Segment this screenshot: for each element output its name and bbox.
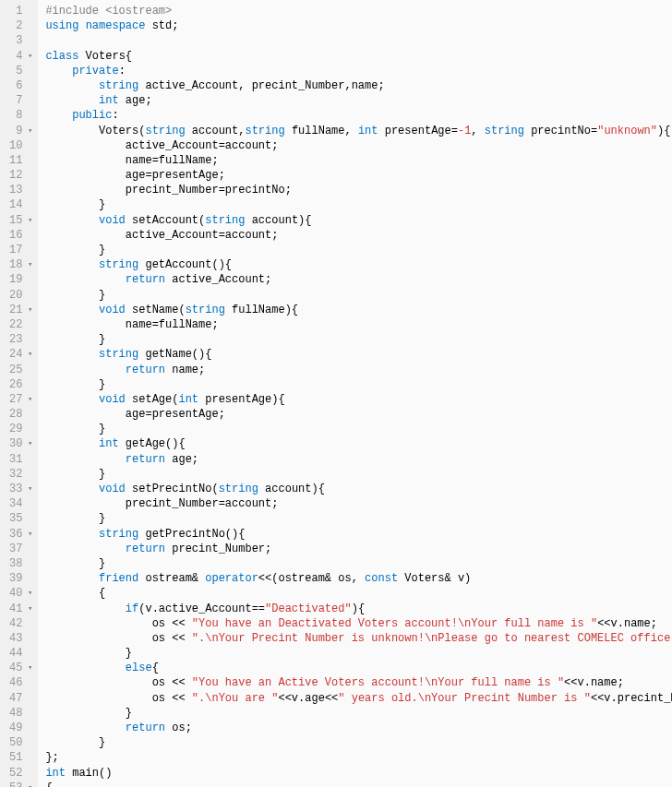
code-line[interactable]: return age; (45, 452, 672, 467)
line-number: 16 (9, 228, 32, 243)
fold-icon[interactable]: ▾ (25, 529, 32, 540)
code-line[interactable]: age=presentAge; (45, 168, 672, 183)
code-line[interactable]: } (45, 706, 672, 721)
code-area[interactable]: #include <iostream>using namespace std; … (38, 0, 672, 787)
code-line[interactable]: } (45, 332, 672, 347)
line-number: 34 (9, 496, 32, 511)
code-line[interactable]: string active_Account, precint_Number,na… (45, 78, 672, 93)
code-line[interactable]: precint_Number=precintNo; (45, 183, 672, 197)
code-line[interactable]: string getName(){ (45, 347, 672, 362)
code-line[interactable]: } (45, 197, 672, 212)
code-line[interactable]: private: (45, 64, 672, 78)
code-line[interactable]: os << ".\nYou are "<<v.age<<" years old.… (45, 691, 672, 706)
code-line[interactable]: void setPrecintNo(string account){ (45, 482, 672, 496)
line-number: 8 (9, 108, 32, 123)
line-number: 39 (9, 571, 32, 586)
code-line[interactable]: string getPrecintNo(){ (45, 527, 672, 542)
line-number: 32 (9, 467, 32, 482)
code-line[interactable]: }; (45, 750, 672, 765)
code-line[interactable]: void setAge(int presentAge){ (45, 392, 672, 407)
line-number-gutter: 1234▾56789▾101112131415▾161718▾192021▾22… (0, 0, 38, 787)
fold-icon[interactable]: ▾ (25, 215, 32, 226)
code-line[interactable]: { (45, 781, 672, 787)
line-number-text: 38 (9, 556, 22, 571)
code-line[interactable]: { (45, 586, 672, 601)
code-editor: 1234▾56789▾101112131415▾161718▾192021▾22… (0, 0, 672, 787)
fold-icon[interactable]: ▾ (25, 483, 32, 495)
code-line[interactable]: void setAccount(string account){ (45, 213, 672, 228)
line-number-text: 1 (16, 4, 22, 18)
code-line[interactable]: return os; (45, 721, 672, 735)
fold-icon[interactable]: ▾ (25, 662, 32, 674)
code-line[interactable]: else{ (45, 661, 672, 675)
line-number: 10 (9, 138, 32, 153)
code-line[interactable]: int age; (45, 93, 672, 108)
code-line[interactable]: } (45, 467, 672, 482)
code-line[interactable]: using namespace std; (45, 18, 672, 33)
line-number: 28 (9, 407, 32, 422)
code-line[interactable]: void setName(string fullName){ (45, 303, 672, 317)
code-line[interactable]: precint_Number=account; (45, 496, 672, 511)
code-line[interactable]: } (45, 511, 672, 526)
code-line[interactable]: active_Account=account; (45, 138, 672, 153)
line-number-text: 52 (9, 766, 22, 781)
code-line[interactable]: string getAccount(){ (45, 257, 672, 272)
line-number: 33▾ (9, 482, 32, 496)
code-line[interactable]: } (45, 556, 672, 571)
code-line[interactable]: } (45, 735, 672, 750)
line-number-text: 21 (9, 303, 22, 317)
code-line[interactable]: active_Account=account; (45, 228, 672, 243)
line-number-text: 44 (9, 646, 22, 661)
code-line[interactable]: name=fullName; (45, 153, 672, 168)
code-line[interactable]: name=fullName; (45, 317, 672, 332)
code-line[interactable]: } (45, 646, 672, 661)
code-line[interactable]: return active_Account; (45, 272, 672, 287)
line-number: 1 (9, 4, 32, 18)
code-line[interactable]: age=presentAge; (45, 407, 672, 422)
code-line[interactable]: return precint_Number; (45, 542, 672, 556)
fold-icon[interactable]: ▾ (25, 304, 32, 316)
line-number-text: 24 (9, 347, 22, 362)
code-line[interactable]: friend ostream& operator<<(ostream& os, … (45, 571, 672, 586)
line-number-text: 26 (9, 377, 22, 392)
code-line[interactable]: os << "You have an Active Voters account… (45, 675, 672, 690)
line-number-text: 43 (9, 631, 22, 646)
code-line[interactable] (45, 33, 672, 48)
line-number: 17 (9, 243, 32, 257)
line-number: 36▾ (9, 527, 32, 542)
code-line[interactable]: os << "You have an Deactivated Voters ac… (45, 616, 672, 631)
fold-icon[interactable]: ▾ (25, 51, 32, 62)
code-line[interactable]: class Voters{ (45, 49, 672, 64)
fold-icon[interactable]: ▾ (25, 349, 32, 360)
code-line[interactable]: return name; (45, 363, 672, 377)
code-line[interactable]: } (45, 288, 672, 303)
fold-icon[interactable]: ▾ (25, 125, 32, 137)
fold-icon[interactable]: ▾ (25, 782, 32, 787)
code-line[interactable]: os << ".\nYour Precint Number is unknown… (45, 631, 672, 646)
line-number-text: 5 (16, 64, 22, 78)
line-number: 42 (9, 616, 32, 631)
code-line[interactable]: if(v.active_Account=="Deactivated"){ (45, 602, 672, 616)
code-line[interactable]: int main() (45, 766, 672, 781)
fold-icon[interactable]: ▾ (25, 588, 32, 599)
code-line[interactable]: } (45, 377, 672, 392)
fold-icon[interactable]: ▾ (25, 603, 32, 614)
code-line[interactable]: #include <iostream> (45, 4, 672, 18)
line-number-text: 45 (9, 661, 22, 675)
fold-icon[interactable]: ▾ (25, 394, 32, 405)
line-number: 11 (9, 153, 32, 168)
code-line[interactable]: int getAge(){ (45, 436, 672, 451)
code-line[interactable]: public: (45, 108, 672, 123)
code-line[interactable]: } (45, 422, 672, 436)
line-number-text: 22 (9, 317, 22, 332)
line-number-text: 19 (9, 272, 22, 287)
code-line[interactable]: } (45, 243, 672, 257)
line-number-text: 41 (9, 602, 22, 616)
line-number-text: 36 (9, 527, 22, 542)
line-number: 26 (9, 377, 32, 392)
fold-icon[interactable]: ▾ (25, 438, 32, 449)
line-number: 6 (9, 78, 32, 93)
fold-icon[interactable]: ▾ (25, 259, 32, 270)
code-line[interactable]: Voters(string account,string fullName, i… (45, 124, 672, 138)
line-number: 51 (9, 750, 32, 765)
